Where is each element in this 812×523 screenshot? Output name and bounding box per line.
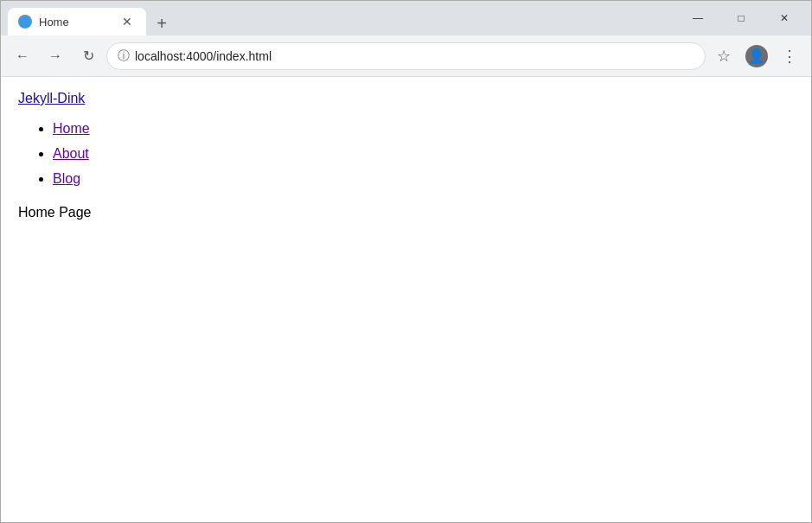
reload-button[interactable]: ↻ (74, 41, 103, 71)
star-icon: ☆ (717, 47, 731, 66)
title-bar: 🌐 Home ✕ + — □ ✕ (1, 1, 811, 35)
browser-window: 🌐 Home ✕ + — □ ✕ ← → ↻ ⓘ localhost:4000/… (0, 0, 812, 523)
back-icon: ← (16, 48, 29, 64)
reload-icon: ↻ (83, 48, 94, 64)
info-icon: ⓘ (118, 48, 130, 64)
tab-area: 🌐 Home ✕ + (8, 1, 678, 35)
nav-list: Home About Blog (18, 117, 794, 191)
address-bar[interactable]: ⓘ localhost:4000/index.html (106, 42, 706, 70)
minimize-button[interactable]: — (678, 1, 718, 35)
menu-icon: ⋮ (782, 47, 797, 66)
nav-link-about[interactable]: About (53, 146, 89, 161)
forward-icon: → (48, 48, 62, 64)
site-title-link[interactable]: Jekyll-Dink (18, 91, 85, 105)
list-item: Home (53, 117, 794, 142)
forward-button[interactable]: → (41, 41, 70, 71)
profile-icon: 👤 (745, 45, 768, 67)
list-item: Blog (53, 167, 794, 192)
close-button[interactable]: ✕ (764, 1, 804, 35)
tab-globe-icon: 🌐 (18, 15, 32, 29)
new-tab-button[interactable]: + (150, 11, 174, 35)
list-item: About (53, 142, 794, 167)
profile-button[interactable]: 👤 (742, 41, 771, 71)
back-button[interactable]: ← (8, 41, 37, 71)
menu-button[interactable]: ⋮ (775, 41, 804, 71)
profile-avatar-icon: 👤 (748, 48, 765, 64)
nav-bar: ← → ↻ ⓘ localhost:4000/index.html ☆ 👤 ⋮ (1, 35, 811, 77)
bookmark-button[interactable]: ☆ (709, 41, 738, 71)
url-text: localhost:4000/index.html (135, 49, 694, 63)
active-tab[interactable]: 🌐 Home ✕ (8, 8, 146, 35)
nav-link-blog[interactable]: Blog (53, 171, 80, 186)
nav-link-home[interactable]: Home (53, 121, 90, 136)
page-content: Jekyll-Dink Home About Blog Home Page (1, 77, 811, 522)
site-title: Jekyll-Dink (18, 91, 794, 106)
maximize-button[interactable]: □ (721, 1, 761, 35)
page-heading: Home Page (18, 205, 794, 220)
tab-label: Home (39, 16, 112, 29)
window-controls: — □ ✕ (678, 1, 804, 35)
tab-close-button[interactable]: ✕ (118, 13, 136, 30)
